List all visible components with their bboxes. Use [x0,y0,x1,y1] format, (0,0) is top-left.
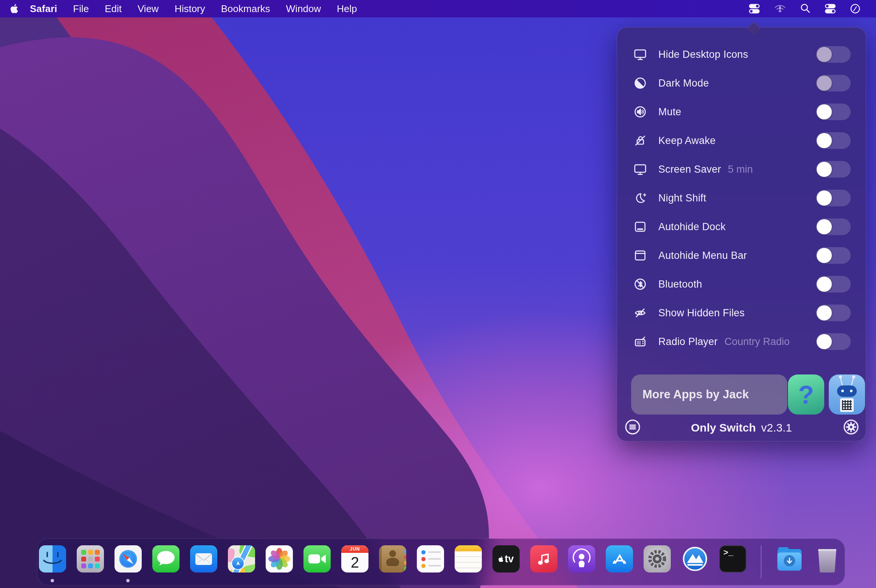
toggle-knob [817,47,832,62]
launchpad-grid-icon [77,545,104,573]
toggle-knob [817,76,832,91]
contacts-tab [404,550,406,553]
robot-antenna [851,378,854,386]
row-radio-player: Radio Player Country Radio [617,327,866,356]
row-label: Hide Desktop Icons [658,49,748,60]
moon-icon [631,191,649,205]
toggle-knob [817,104,832,119]
eye-slash-icon [631,306,649,320]
only-switch-menubar-icon[interactable] [748,3,761,14]
toggle-autohide-menu-bar[interactable] [816,247,851,264]
row-autohide-dock: Autohide Dock [617,212,866,241]
dock-item-messages[interactable] [152,545,180,573]
apple-logo-icon [498,556,503,562]
dock-item-safari[interactable] [115,545,142,573]
toggle-knob [817,334,832,349]
question-mark-icon: ? [798,380,814,409]
menubar-icon [631,248,649,263]
reminders-row [421,557,441,561]
toggle-bluetooth[interactable] [816,276,851,292]
toggle-knob [817,305,832,320]
dock-item-notes[interactable] [455,545,482,573]
dock-item-calendar[interactable]: JUN 2 [341,545,368,573]
dock-item-music[interactable] [530,545,557,573]
clock-icon[interactable] [849,3,861,15]
toggle-knob [817,190,832,206]
dock-item-maps[interactable] [228,545,255,573]
row-label: Mute [658,106,681,118]
menu-history[interactable]: History [167,0,213,17]
dock-item-trash[interactable] [814,545,841,573]
menu-view[interactable]: View [130,0,167,17]
robot-qr-body [840,398,854,412]
wifi-alert-icon[interactable] [773,3,787,14]
toggle-autohide-dock[interactable] [816,218,851,235]
dock: JUN 2 tv [37,538,845,585]
menu-window[interactable]: Window [278,0,329,17]
row-show-hidden-files: Show Hidden Files [617,299,866,327]
more-apps-button[interactable]: More Apps by Jack [631,374,787,415]
toggle-knob [817,248,832,263]
contacts-tab [404,567,406,570]
dock-item-podcasts[interactable] [568,545,595,573]
control-center-icon[interactable] [824,3,837,14]
toggle-show-hidden-files[interactable] [816,305,851,321]
toggle-night-shift[interactable] [816,190,851,206]
menu-app-name[interactable]: Safari [22,0,65,17]
toggle-radio-player[interactable] [816,333,851,350]
running-indicator-finder [51,579,54,582]
row-autohide-menu-bar: Autohide Menu Bar [617,241,866,270]
dock-item-mail[interactable] [190,545,217,573]
radio-icon [631,334,649,349]
row-screen-saver: Screen Saver 5 min [617,155,866,184]
row-keep-awake: Keep Awake [617,126,866,155]
settings-gear-button[interactable] [842,418,860,436]
dock-item-system-preferences[interactable] [644,545,671,573]
dock-item-contacts[interactable] [379,545,406,573]
dock-items: JUN 2 tv [37,539,845,579]
dock-item-terminal[interactable]: >_ [719,545,746,573]
toggle-screen-saver[interactable] [816,161,851,178]
tv-label: tv [505,553,514,565]
switch-rows: Hide Desktop Icons Dark Mode Mute Keep [617,40,866,356]
display-icon [631,162,649,176]
row-label: Dark Mode [658,77,709,89]
apple-menu-icon[interactable] [10,4,18,14]
menu-bookmarks[interactable]: Bookmarks [213,0,278,17]
panel-footer-title: Only Switchv2.3.1 [617,421,866,434]
display-icon [631,47,649,62]
dock-item-finder[interactable] [39,545,66,573]
spotlight-search-icon[interactable] [799,3,811,15]
row-dark-mode: Dark Mode [617,69,866,97]
only-switch-panel: Hide Desktop Icons Dark Mode Mute Keep [617,27,866,441]
dock-item-downloads[interactable] [776,545,803,573]
contacts-person-icon [386,558,399,566]
dock-item-mountain-app[interactable] [681,545,709,573]
row-label: Autohide Menu Bar [658,250,747,262]
dock-item-facetime[interactable] [303,545,331,573]
toggle-keep-awake[interactable] [816,132,851,149]
calendar-day-label: 2 [351,553,359,572]
toggle-hide-desktop-icons[interactable] [816,46,851,63]
toggle-mute[interactable] [816,104,851,120]
dock-item-reminders[interactable] [417,545,444,573]
menu-help[interactable]: Help [329,0,365,17]
dock-item-tv[interactable]: tv [492,545,520,573]
contacts-person-icon [389,550,396,557]
toggle-dark-mode[interactable] [816,75,851,91]
row-label: Night Shift [658,192,706,204]
row-label: Radio Player [658,336,718,348]
menu-edit[interactable]: Edit [97,0,130,17]
row-secondary: 5 min [728,164,753,175]
dock-item-app-store[interactable] [606,545,633,573]
dock-item-launchpad[interactable] [77,545,104,573]
menu-file[interactable]: File [65,0,97,17]
row-hide-desktop-icons: Hide Desktop Icons [617,40,866,69]
bluetooth-off-icon [631,277,649,291]
dock-item-photos[interactable] [266,545,293,573]
toggle-knob [817,133,832,148]
app-title: Only Switch [691,421,756,434]
running-indicator-safari [126,579,130,582]
qa-helper-app-icon[interactable]: ? [788,374,824,415]
robot-app-icon[interactable] [829,374,865,415]
